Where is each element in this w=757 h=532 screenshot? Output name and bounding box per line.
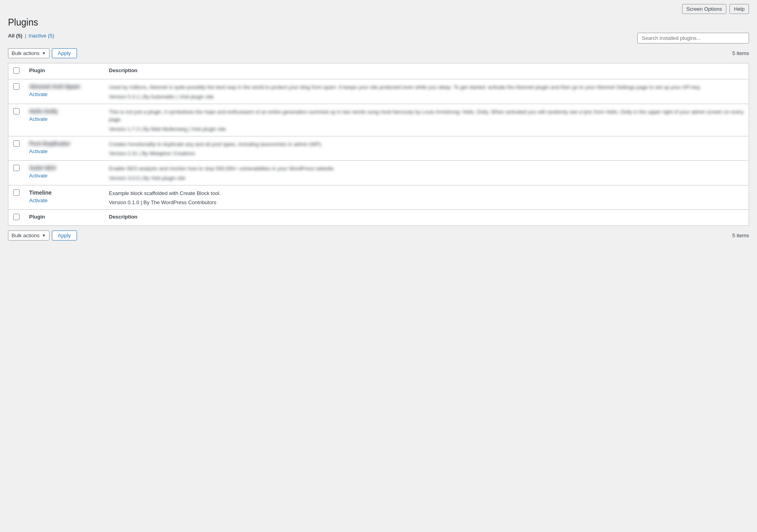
plugins-table: Plugin Description Akismet Anti-SpamActi… xyxy=(8,63,749,226)
plugin-name: Timeline xyxy=(29,189,99,196)
plugin-description: Used by millions, Akismet is quite possi… xyxy=(109,83,744,91)
plugin-activate-link[interactable]: Activate xyxy=(29,197,47,203)
plugin-description: Creates functionality to duplicate any a… xyxy=(109,140,744,148)
plugin-meta: Version 3.0.0 | By Visit plugin site xyxy=(109,175,744,181)
plugin-description: Enable SEO analysis and monitor how to s… xyxy=(109,165,744,173)
table-row: TimelineActivateExample block scaffolded… xyxy=(8,185,749,210)
select-all-checkbox[interactable] xyxy=(13,67,20,74)
table-row: Hello DollyActivateThis is not just a pl… xyxy=(8,104,749,136)
chevron-down-icon-bottom: ▼ xyxy=(42,233,46,238)
plugin-name: Solid SEO xyxy=(29,165,99,171)
plugin-meta: Version 2.31 | By Metaphor Creations xyxy=(109,150,744,156)
plugin-name: Akismet Anti-Spam xyxy=(29,83,99,90)
chevron-down-icon: ▼ xyxy=(42,51,46,55)
filter-all-link[interactable]: All (5) xyxy=(8,33,22,39)
bulk-actions-dropdown-top[interactable]: Bulk actions ▼ xyxy=(8,48,49,58)
filter-separator: | xyxy=(25,33,26,39)
select-all-checkbox-footer[interactable] xyxy=(13,214,20,220)
plugin-meta: Version 1.7.2 | By Matt Mullenweg | Visi… xyxy=(109,126,744,132)
plugin-checkbox-4[interactable] xyxy=(13,165,20,171)
plugin-description: Example block scaffolded with Create Blo… xyxy=(109,189,744,197)
description-col-header: Description xyxy=(104,63,749,79)
plugin-meta: Version 5.3.1 | By Automattic | Visit pl… xyxy=(109,94,744,100)
bulk-actions-dropdown-bottom[interactable]: Bulk actions ▼ xyxy=(8,231,49,240)
plugin-checkbox-2[interactable] xyxy=(13,108,20,114)
plugin-checkbox-3[interactable] xyxy=(13,140,20,147)
plugin-activate-link[interactable]: Activate xyxy=(29,173,47,179)
filter-inactive-link[interactable]: Inactive (5) xyxy=(29,33,54,39)
table-row: Post DuplicatorActivateCreates functiona… xyxy=(8,136,749,161)
filter-links: All (5) | Inactive (5) xyxy=(8,33,54,39)
help-button[interactable]: Help xyxy=(729,4,749,14)
plugin-activate-link[interactable]: Activate xyxy=(29,148,47,154)
plugin-description: This is not just a plugin, it symbolizes… xyxy=(109,108,744,124)
items-count-bottom: 5 items xyxy=(732,233,749,238)
items-count-top: 5 items xyxy=(732,50,749,56)
plugin-activate-link[interactable]: Activate xyxy=(29,91,47,97)
table-row: Akismet Anti-SpamActivateUsed by million… xyxy=(8,79,749,104)
select-all-header xyxy=(8,63,25,79)
search-plugins-input[interactable] xyxy=(637,33,749,43)
page-title: Plugins xyxy=(8,17,749,28)
screen-options-button[interactable]: Screen Options xyxy=(682,4,727,14)
plugin-checkbox-1[interactable] xyxy=(13,83,20,90)
apply-button-bottom[interactable]: Apply xyxy=(52,231,77,240)
bottom-tablenav: Bulk actions ▼ Apply 5 items xyxy=(8,228,749,243)
plugin-name: Post Duplicator xyxy=(29,140,99,147)
apply-button-top[interactable]: Apply xyxy=(52,48,77,58)
plugin-col-footer: Plugin xyxy=(24,210,104,226)
top-tablenav: Bulk actions ▼ Apply 5 items xyxy=(8,46,749,61)
plugin-name: Hello Dolly xyxy=(29,108,99,114)
plugin-activate-link[interactable]: Activate xyxy=(29,116,47,122)
select-all-footer xyxy=(8,210,25,226)
plugin-checkbox-5[interactable] xyxy=(13,189,20,196)
description-col-footer: Description xyxy=(104,210,749,226)
plugin-col-header: Plugin xyxy=(24,63,104,79)
plugin-meta: Version 0.1.0 | By The WordPress Contrib… xyxy=(109,199,744,205)
table-row: Solid SEOActivateEnable SEO analysis and… xyxy=(8,161,749,185)
